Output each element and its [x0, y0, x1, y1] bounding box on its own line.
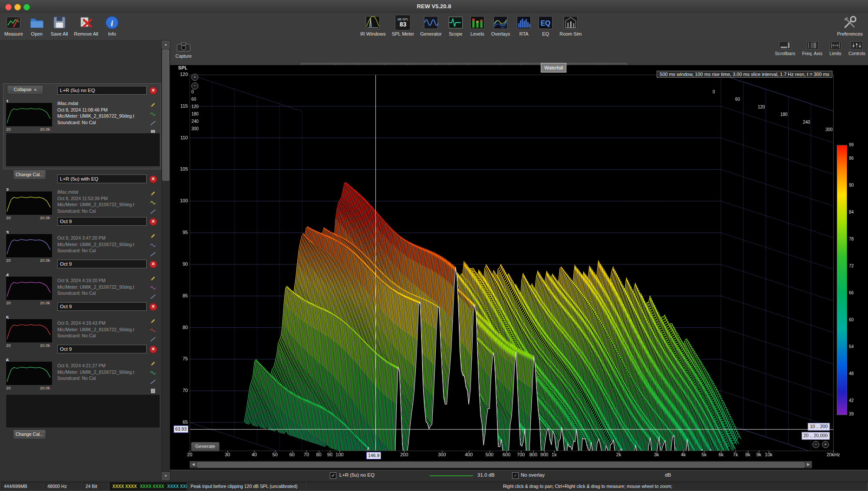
trace-icon[interactable]: [150, 284, 156, 292]
measurement-thumbnail[interactable]: [6, 102, 53, 127]
scroll-up-icon[interactable]: ▲: [162, 41, 170, 49]
remove-measurement-icon[interactable]: ×: [149, 175, 157, 183]
edit-icon[interactable]: [150, 233, 156, 241]
measurement-info-line: Soundcard: No Cal: [57, 248, 96, 253]
toolbar-button-rta[interactable]: RTA: [514, 14, 533, 37]
change-cal-button-2[interactable]: Change Cal...: [13, 429, 46, 439]
trace-icon[interactable]: [150, 369, 156, 377]
thumb-axis-max: 20.0k: [40, 343, 50, 348]
axis-tick-label: 75: [172, 356, 188, 361]
measurement-thumbnail[interactable]: [6, 276, 53, 300]
svg-text:EQ: EQ: [541, 20, 551, 27]
scroll-down-icon[interactable]: ▼: [162, 472, 170, 480]
toolbar-button-spl-meter[interactable]: dB SPL83SPL Meter: [390, 14, 416, 37]
toolbar-button-levels[interactable]: Levels: [468, 14, 487, 37]
measurement-name-field[interactable]: Oct 9: [57, 260, 147, 268]
zoom-out-icon[interactable]: −: [191, 82, 198, 89]
edit-icon[interactable]: [150, 190, 156, 198]
no-overlay-checkbox[interactable]: ✓: [512, 472, 519, 479]
trace-icon[interactable]: [150, 199, 156, 207]
sidebar-scrollbar[interactable]: ▲ ▼: [161, 40, 170, 481]
remove-measurement-icon[interactable]: ×: [149, 218, 157, 226]
toolbar-button-scope[interactable]: Scope: [446, 14, 465, 37]
toolbar-button-save-all[interactable]: Save All: [49, 14, 70, 37]
toolbar-button-measure[interactable]: Measure: [3, 14, 25, 37]
measurement-info-line: Mic/Meter: UMIK_2_8106722_90deg.t: [57, 327, 134, 332]
trace-icon[interactable]: [150, 327, 156, 335]
toolbar-button-preferences[interactable]: Preferences: [835, 14, 865, 37]
option-button-scrollbars[interactable]: Scrollbars: [775, 41, 796, 56]
trend-icon[interactable]: [150, 336, 156, 344]
scroll-right-icon[interactable]: ▶: [805, 461, 812, 467]
option-button-controls[interactable]: Controls: [848, 41, 865, 56]
measurement-thumbnail[interactable]: [6, 361, 53, 386]
freq-axis-icon: [806, 41, 819, 49]
remove-measurement-icon[interactable]: ×: [149, 87, 157, 95]
x-zoom-in-icon[interactable]: +: [822, 441, 829, 448]
sidebar-scroll-thumb[interactable]: [162, 49, 169, 181]
toolbar-button-open[interactable]: Open: [27, 14, 46, 37]
remove-measurement-icon[interactable]: ×: [149, 260, 157, 268]
memory-status: 444/699MB: [1, 482, 44, 491]
remove-measurement-icon[interactable]: ×: [149, 303, 157, 311]
toolbar-button-label: Generator: [420, 31, 442, 36]
option-button-freq-axis[interactable]: Freq. Axis: [802, 41, 822, 56]
toolbar-button-ir-windows[interactable]: IR Windows: [358, 14, 388, 37]
capture-icon[interactable]: [177, 42, 191, 52]
edit-icon[interactable]: [150, 102, 156, 109]
edit-icon[interactable]: [150, 318, 156, 326]
graph-hscrollbar[interactable]: ◀ ▶: [190, 461, 812, 468]
graph-hscroll-thumb[interactable]: [197, 462, 805, 468]
measurement-name-field[interactable]: Oct 9: [57, 302, 147, 311]
mouse-hint-status: Right click & drag to pan; Ctrl+Right cl…: [307, 482, 868, 491]
generate-button[interactable]: Generate: [191, 442, 220, 451]
trace-visible-checkbox[interactable]: ✓: [330, 472, 336, 479]
trend-icon[interactable]: [150, 379, 156, 386]
measurement-name-field[interactable]: Oct 9: [57, 217, 147, 226]
edit-icon[interactable]: [150, 275, 156, 283]
trend-icon[interactable]: [150, 120, 156, 128]
collapse-button[interactable]: Collapse «: [7, 85, 43, 95]
toolbar-button-overlays[interactable]: Overlays: [490, 14, 512, 37]
trace-icon[interactable]: [150, 111, 156, 119]
time-range-box[interactable]: 10 .. 200: [808, 423, 830, 431]
measurement-name-field[interactable]: Oct 9: [57, 345, 147, 353]
measurement-info-line: iMac.mdat: [57, 101, 78, 106]
trend-icon[interactable]: [150, 208, 156, 216]
waterfall-plot[interactable]: [170, 65, 868, 473]
toolbar-button-generator[interactable]: Generator: [418, 14, 444, 37]
axis-tick-label: 300: [191, 126, 199, 131]
measurement-info-line: Oct 8, 2024 11:08:46 PM: [57, 107, 108, 112]
toolbar-button-eq[interactable]: EQEQ: [536, 14, 555, 37]
toolbar-button-remove-all[interactable]: Remove All: [72, 14, 100, 37]
trend-icon[interactable]: [150, 293, 156, 301]
measurement-thumbnail[interactable]: [6, 191, 53, 215]
freq-range-box[interactable]: 20 .. 20,000: [802, 432, 830, 440]
redacted-status-text: XXXX XXXX: [140, 484, 164, 489]
option-button-limits[interactable]: Limits: [829, 41, 842, 56]
measurement-info-line: Mic/Meter: UMIK_2_8106722_90deg.t: [57, 242, 134, 247]
measurement-name-field[interactable]: L+R (5u) no EQ: [57, 86, 147, 95]
measurement-notes-box[interactable]: [6, 133, 160, 167]
change-cal-button[interactable]: Change Cal...: [13, 170, 46, 180]
color-scale-tick: 39: [849, 412, 854, 416]
axis-tick-label: 2k: [606, 452, 632, 457]
edit-icon[interactable]: [150, 360, 156, 368]
measurement-notes-box-2[interactable]: [6, 394, 160, 428]
x-zoom-out-icon[interactable]: −: [812, 441, 819, 448]
measurement-info-line: Oct 9, 2024 3:47:20 PM: [57, 235, 105, 241]
zoom-in-icon[interactable]: +: [191, 74, 198, 81]
measurement-thumbnail[interactable]: [6, 319, 53, 343]
measurement-name-field[interactable]: L+R (5u) with EQ: [57, 175, 147, 183]
thumb-axis-max: 20.0k: [40, 127, 50, 132]
toolbar-button-label: Remove All: [74, 31, 99, 36]
toolbar-button-room-sim[interactable]: Room Sim: [558, 14, 583, 37]
toolbar-button-info[interactable]: iInfo: [102, 14, 122, 37]
tab-waterfall[interactable]: Waterfall: [541, 63, 566, 72]
trend-icon[interactable]: [150, 251, 156, 259]
trace-icon[interactable]: [150, 242, 156, 250]
scroll-left-icon[interactable]: ◀: [190, 461, 197, 467]
measurement-thumbnail[interactable]: [6, 234, 53, 258]
remove-measurement-icon[interactable]: ×: [149, 346, 157, 353]
collapse-chevrons-icon: «: [34, 87, 36, 92]
